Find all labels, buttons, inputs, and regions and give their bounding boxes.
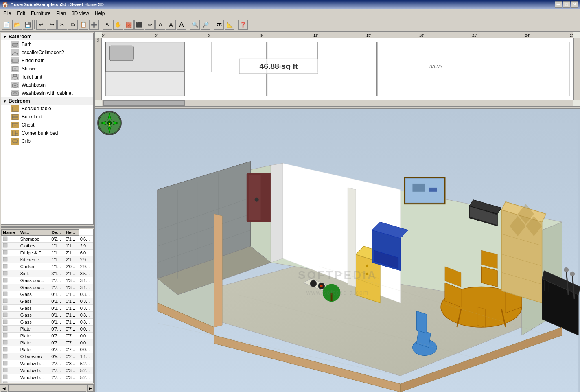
table-row[interactable]: Glass0'1...0'1...0'3... bbox=[2, 312, 93, 319]
scrollbar-thumb-h[interactable] bbox=[103, 100, 185, 106]
text-medium-tool[interactable]: A bbox=[166, 20, 176, 30]
svg-point-89 bbox=[320, 285, 323, 287]
table-row[interactable]: Glass0'1...0'1...0'3... bbox=[2, 291, 93, 298]
table-row[interactable]: Shampoo0'2...0'1...0'6... bbox=[2, 236, 93, 243]
menu-3dview[interactable]: 3D view bbox=[69, 10, 92, 17]
maximize-button[interactable]: □ bbox=[563, 1, 570, 8]
svg-rect-19 bbox=[15, 133, 18, 136]
table-row[interactable]: Fridge & F...1'1...2'1...6'0... bbox=[2, 250, 93, 256]
paste-button[interactable]: 📋 bbox=[79, 20, 88, 30]
copy-button[interactable]: ⧉ bbox=[68, 20, 78, 30]
floor-plan-scrollbar-h[interactable] bbox=[102, 100, 573, 106]
table-row[interactable]: Kitchen c...1'1...2'1...2'9... bbox=[2, 256, 93, 263]
select-tool[interactable]: ↖ bbox=[103, 20, 112, 30]
row-depth: 0'1... bbox=[64, 319, 79, 326]
scroll-right[interactable]: ► bbox=[87, 385, 94, 392]
category-bedroom[interactable]: ▼ Bedroom bbox=[1, 97, 93, 105]
item-shower[interactable]: Shower bbox=[1, 65, 93, 73]
help-button[interactable]: ❓ bbox=[238, 20, 248, 30]
row-name: Window b... bbox=[19, 367, 50, 374]
add-furniture-button[interactable]: ➕ bbox=[89, 20, 99, 30]
table-row[interactable]: Plate0'7...0'7...0'0... bbox=[2, 346, 93, 353]
text-large-tool[interactable]: A bbox=[177, 20, 186, 30]
col-name[interactable]: Name bbox=[2, 230, 19, 236]
main-layout: ▼ Bathroom Bath escalierColimacon2 Fitt bbox=[0, 32, 580, 392]
left-panel-divider[interactable] bbox=[1, 226, 94, 228]
furniture-tree[interactable]: ▼ Bathroom Bath escalierColimacon2 Fitt bbox=[1, 33, 94, 225]
row-icon-cell bbox=[2, 367, 19, 374]
zoom-in-button[interactable]: 🔍 bbox=[190, 20, 200, 30]
row-name: Sink bbox=[19, 270, 50, 277]
room-3d-svg: SOFTPEDIA www.softpedia.com bbox=[95, 109, 580, 392]
item-bunk-bed[interactable]: Bunk bed bbox=[1, 113, 93, 121]
undo-button[interactable]: ↩ bbox=[36, 20, 46, 30]
close-button[interactable]: ✕ bbox=[571, 1, 578, 8]
menu-help[interactable]: Help bbox=[92, 10, 107, 17]
save-button[interactable]: 💾 bbox=[23, 20, 33, 30]
svg-rect-39 bbox=[3, 361, 7, 365]
zoom-out-button[interactable]: 🔎 bbox=[201, 20, 210, 30]
table-row[interactable]: Window b...2'7...0'3...5'2... bbox=[2, 374, 93, 381]
floor-plan-canvas[interactable]: CUISINE BAINS 46.88 sq ft bbox=[102, 38, 573, 100]
item-escalier[interactable]: escalierColimacon2 bbox=[1, 48, 93, 57]
row-depth: 2'1... bbox=[64, 250, 79, 256]
item-toilet[interactable]: Toilet unit bbox=[1, 73, 93, 81]
col-depth[interactable]: De... bbox=[50, 230, 64, 236]
table-row[interactable]: Plate0'7...0'7...0'0... bbox=[2, 326, 93, 333]
table-row[interactable]: Window b...2'7...0'3...5'2... bbox=[2, 360, 93, 367]
scroll-left[interactable]: ◄ bbox=[1, 385, 7, 392]
floor-plan-scrollbar-v[interactable] bbox=[573, 38, 580, 100]
plan-view-button[interactable]: 🗺 bbox=[214, 20, 224, 30]
table-row[interactable]: Electric r...1'2...0'3...1'5... bbox=[2, 381, 93, 384]
new-button[interactable]: 📄 bbox=[2, 20, 11, 30]
row-depth: 0'3... bbox=[64, 367, 79, 374]
item-corner-bunk[interactable]: Corner bunk bed bbox=[1, 129, 93, 137]
table-row[interactable]: Window b...2'7...0'3...5'2... bbox=[2, 367, 93, 374]
row-depth: 0'7... bbox=[64, 326, 79, 333]
nav-compass[interactable]: ▼ bbox=[97, 111, 122, 135]
table-row[interactable]: Glass0'1...0'1...0'3... bbox=[2, 305, 93, 312]
crib-icon bbox=[11, 138, 19, 145]
row-depth: 0'1... bbox=[64, 291, 79, 298]
table-row[interactable]: Sink3'1...2'1...3'5... bbox=[2, 270, 93, 277]
perspective-button[interactable]: 📐 bbox=[225, 20, 234, 30]
item-fitted-bath[interactable]: Fitted bath bbox=[1, 57, 93, 65]
item-chest[interactable]: Chest bbox=[1, 121, 93, 129]
item-crib[interactable]: Crib bbox=[1, 137, 93, 145]
table-row[interactable]: Glass0'1...0'1...0'3... bbox=[2, 319, 93, 326]
pan-tool[interactable]: ✋ bbox=[113, 20, 123, 30]
wall-tool[interactable]: 🧱 bbox=[124, 20, 134, 30]
menu-file[interactable]: File bbox=[1, 10, 13, 17]
room-tool[interactable]: ⬛ bbox=[134, 20, 144, 30]
table-row[interactable]: Plate0'7...0'7...0'0... bbox=[2, 339, 93, 346]
row-icon-cell bbox=[2, 263, 19, 270]
table-row[interactable]: Cooker1'1...2'0...2'9... bbox=[2, 263, 93, 270]
redo-button[interactable]: ↪ bbox=[47, 20, 57, 30]
table-row[interactable]: Plate0'7...0'7...0'0... bbox=[2, 333, 93, 339]
menu-furniture[interactable]: Furniture bbox=[28, 10, 53, 17]
furniture-table[interactable]: Name Wi... De... He... Shampoo0'2...0'1.… bbox=[1, 229, 94, 383]
menu-edit[interactable]: Edit bbox=[14, 10, 28, 17]
col-height[interactable]: He... bbox=[64, 230, 79, 236]
item-bath[interactable]: Bath bbox=[1, 40, 93, 48]
polyline-tool[interactable]: ✏ bbox=[145, 20, 155, 30]
row-icon-cell bbox=[2, 250, 19, 256]
table-row[interactable]: Glass doo...2'7...1'3...3'1... bbox=[2, 284, 93, 291]
row-name: Plate bbox=[19, 326, 50, 333]
row-width: 2'7... bbox=[50, 277, 64, 284]
table-row[interactable]: Glass0'1...0'1...0'3... bbox=[2, 298, 93, 305]
table-row[interactable]: Glass doo...2'7...1'3...3'1... bbox=[2, 277, 93, 284]
col-width[interactable]: Wi... bbox=[19, 230, 50, 236]
table-row[interactable]: Oil servers0'5...0'2...1'1... bbox=[2, 353, 93, 360]
item-bedside-table[interactable]: Bedside table bbox=[1, 105, 93, 113]
category-bathroom[interactable]: ▼ Bathroom bbox=[1, 33, 93, 40]
table-row[interactable]: Clothes ...1'1...1'1...2'9... bbox=[2, 243, 93, 250]
minimize-button[interactable]: — bbox=[555, 1, 562, 8]
item-washbasin[interactable]: Washbasin bbox=[1, 81, 93, 89]
item-washbasin-cab[interactable]: Washbasin with cabinet bbox=[1, 89, 93, 97]
menu-plan[interactable]: Plan bbox=[54, 10, 68, 17]
row-name: Glass doo... bbox=[19, 277, 50, 284]
text-small-tool[interactable]: A bbox=[155, 20, 165, 30]
open-button[interactable]: 📂 bbox=[12, 20, 22, 30]
cut-button[interactable]: ✂ bbox=[57, 20, 67, 30]
